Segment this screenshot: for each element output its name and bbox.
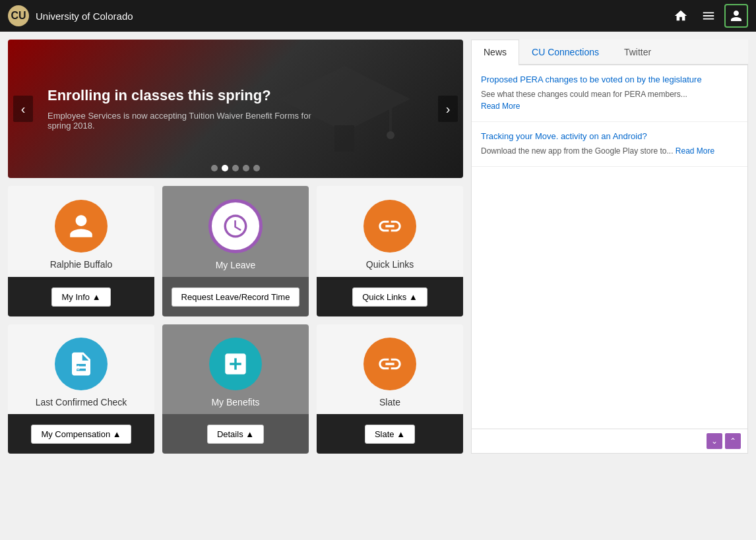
tile-my-benefits: My Benefits Details ▲ bbox=[162, 324, 309, 454]
svg-point-3 bbox=[387, 131, 394, 139]
carousel-dot-5[interactable] bbox=[253, 165, 260, 171]
tile-quick-links: Quick Links Quick Links ▲ bbox=[317, 186, 463, 316]
tile-last-confirmed-check-label: Last Confirmed Check bbox=[36, 397, 127, 407]
tile-my-leave-top: My Leave bbox=[162, 186, 309, 277]
my-benefits-icon bbox=[209, 338, 262, 390]
tile-slate: Slate Slate ▲ bbox=[317, 324, 463, 454]
my-compensation-button[interactable]: My Compensation ▲ bbox=[31, 425, 131, 444]
news-scroll-up-button[interactable]: ⌃ bbox=[725, 433, 741, 449]
carousel-next-button[interactable]: › bbox=[438, 96, 458, 122]
slate-button[interactable]: Slate ▲ bbox=[365, 425, 415, 444]
request-leave-button[interactable]: Request Leave/Record Time bbox=[172, 287, 300, 307]
news-item-2-read-more[interactable]: Read More bbox=[676, 146, 714, 156]
carousel-dot-3[interactable] bbox=[232, 165, 239, 171]
news-scroll-down-button[interactable]: ⌄ bbox=[707, 433, 722, 449]
my-leave-icon bbox=[208, 199, 263, 253]
carousel-prev-button[interactable]: ‹ bbox=[13, 96, 33, 122]
tile-quick-links-bottom: Quick Links ▲ bbox=[317, 277, 463, 316]
left-column: Enrolling in classes this spring? Employ… bbox=[8, 40, 463, 454]
carousel-dot-4[interactable] bbox=[243, 165, 249, 171]
header: CU University of Colorado bbox=[0, 0, 756, 32]
header-title: University of Colorado bbox=[36, 11, 133, 22]
tile-ralphie-label: Ralphie Buffalo bbox=[50, 259, 113, 270]
news-tabs: News CU Connections Twitter bbox=[471, 40, 748, 65]
news-item-2-read-more-label: Read More bbox=[676, 146, 714, 156]
news-controls: ⌄ ⌃ bbox=[471, 429, 748, 454]
quick-links-icon bbox=[363, 200, 416, 253]
news-item-2-body: Download the new app from the Google Pla… bbox=[481, 146, 674, 156]
tile-slate-label: Slate bbox=[379, 397, 400, 407]
news-content: Proposed PERA changes to be voted on by … bbox=[471, 65, 748, 429]
my-benefits-details-button[interactable]: Details ▲ bbox=[207, 425, 264, 444]
tab-news[interactable]: News bbox=[471, 40, 519, 65]
tile-quick-links-top: Quick Links bbox=[317, 186, 463, 277]
news-item-2-title[interactable]: Tracking your Move. activity on an Andro… bbox=[481, 131, 738, 141]
carousel-subtitle: Employee Services is now accepting Tuiti… bbox=[47, 111, 311, 131]
tile-my-benefits-top: My Benefits bbox=[162, 324, 309, 414]
tab-cu-connections[interactable]: CU Connections bbox=[519, 40, 612, 64]
tile-slate-top: Slate bbox=[317, 324, 463, 414]
tile-slate-bottom: Slate ▲ bbox=[317, 414, 463, 454]
carousel: Enrolling in classes this spring? Employ… bbox=[8, 40, 463, 178]
ralphie-icon bbox=[55, 200, 108, 253]
tile-last-confirmed-check: $ Last Confirmed Check My Compensation ▲ bbox=[8, 324, 154, 454]
tile-ralphie-top: Ralphie Buffalo bbox=[8, 186, 154, 277]
header-icons bbox=[669, 4, 748, 28]
news-item-1-title[interactable]: Proposed PERA changes to be voted on by … bbox=[481, 75, 738, 84]
tile-ralphie: Ralphie Buffalo My Info ▲ bbox=[8, 186, 154, 316]
carousel-dots bbox=[211, 165, 260, 171]
tile-check-bottom: My Compensation ▲ bbox=[8, 414, 154, 454]
tile-my-benefits-bottom: Details ▲ bbox=[162, 414, 309, 454]
cu-logo: CU bbox=[8, 5, 29, 26]
main-content: Enrolling in classes this spring? Employ… bbox=[0, 32, 756, 462]
last-confirmed-check-icon: $ bbox=[55, 338, 108, 390]
tile-ralphie-bottom: My Info ▲ bbox=[8, 277, 154, 316]
svg-text:$: $ bbox=[77, 365, 80, 371]
svg-rect-1 bbox=[334, 125, 354, 152]
slate-icon bbox=[363, 338, 416, 390]
news-item-1: Proposed PERA changes to be voted on by … bbox=[472, 65, 747, 122]
home-button[interactable] bbox=[669, 4, 693, 28]
tile-my-leave: My Leave Request Leave/Record Time bbox=[162, 186, 309, 316]
header-left: CU University of Colorado bbox=[8, 5, 133, 26]
tile-quick-links-label: Quick Links bbox=[366, 259, 414, 270]
my-info-button[interactable]: My Info ▲ bbox=[51, 287, 110, 307]
news-item-1-body: See what these changes could mean for PE… bbox=[481, 90, 687, 99]
quick-links-button[interactable]: Quick Links ▲ bbox=[352, 287, 427, 307]
tab-twitter[interactable]: Twitter bbox=[612, 40, 664, 64]
tiles-grid: Ralphie Buffalo My Info ▲ My Leave Reque… bbox=[8, 186, 463, 454]
news-item-2-text: Download the new app from the Google Pla… bbox=[481, 145, 738, 157]
tile-my-leave-label: My Leave bbox=[216, 260, 256, 270]
tile-my-leave-bottom: Request Leave/Record Time bbox=[162, 277, 309, 316]
news-panel: News CU Connections Twitter Proposed PER… bbox=[471, 40, 748, 454]
news-item-2: Tracking your Move. activity on an Andro… bbox=[472, 122, 747, 167]
carousel-slide: Enrolling in classes this spring? Employ… bbox=[8, 40, 463, 178]
news-item-1-text: See what these changes could mean for PE… bbox=[481, 88, 738, 112]
menu-button[interactable] bbox=[697, 4, 720, 28]
tile-check-top: $ Last Confirmed Check bbox=[8, 324, 154, 414]
news-item-1-read-more[interactable]: Read More bbox=[481, 102, 520, 111]
carousel-dot-2[interactable] bbox=[222, 165, 228, 171]
tile-my-benefits-label: My Benefits bbox=[211, 397, 259, 407]
profile-button[interactable] bbox=[724, 4, 748, 28]
carousel-dot-1[interactable] bbox=[211, 165, 218, 171]
